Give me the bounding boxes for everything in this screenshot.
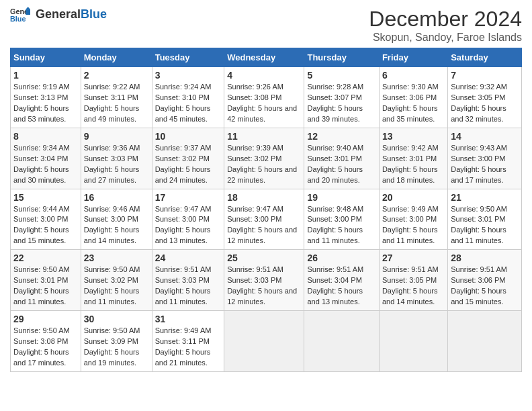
weekday-header: Thursday <box>304 48 379 67</box>
logo-blue: Blue <box>81 7 107 21</box>
day-detail: Sunrise: 9:26 AMSunset: 3:08 PMDaylight:… <box>227 83 297 123</box>
header: General Blue GeneralBlue December 2024 S… <box>10 7 522 44</box>
weekday-header: Sunday <box>11 48 81 67</box>
day-number: 13 <box>382 131 445 142</box>
calendar-cell: 19Sunrise: 9:48 AMSunset: 3:00 PMDayligh… <box>304 189 379 250</box>
day-detail: Sunrise: 9:49 AMSunset: 3:00 PMDaylight:… <box>382 205 439 245</box>
day-number: 25 <box>227 253 301 263</box>
day-detail: Sunrise: 9:46 AMSunset: 3:00 PMDaylight:… <box>84 205 140 245</box>
svg-text:Blue: Blue <box>10 15 26 23</box>
calendar-cell: 10Sunrise: 9:37 AMSunset: 3:02 PMDayligh… <box>152 128 224 189</box>
day-detail: Sunrise: 9:48 AMSunset: 3:00 PMDaylight:… <box>307 205 363 245</box>
day-number: 14 <box>451 131 519 142</box>
calendar-cell: 23Sunrise: 9:50 AMSunset: 3:02 PMDayligh… <box>81 250 152 311</box>
day-detail: Sunrise: 9:50 AMSunset: 3:02 PMDaylight:… <box>84 265 140 306</box>
day-detail: Sunrise: 9:50 AMSunset: 3:01 PMDaylight:… <box>13 265 70 306</box>
calendar-cell: 17Sunrise: 9:47 AMSunset: 3:00 PMDayligh… <box>152 189 224 250</box>
calendar-cell: 26Sunrise: 9:51 AMSunset: 3:04 PMDayligh… <box>304 250 379 311</box>
logo-icon: General Blue <box>10 7 30 23</box>
calendar-cell: 25Sunrise: 9:51 AMSunset: 3:03 PMDayligh… <box>224 250 304 311</box>
calendar-week-row: 8Sunrise: 9:34 AMSunset: 3:04 PMDaylight… <box>11 128 522 189</box>
calendar-cell: 8Sunrise: 9:34 AMSunset: 3:04 PMDaylight… <box>11 128 81 189</box>
day-detail: Sunrise: 9:24 AMSunset: 3:10 PMDaylight:… <box>155 83 212 123</box>
day-detail: Sunrise: 9:51 AMSunset: 3:03 PMDaylight:… <box>155 265 212 306</box>
calendar-cell: 7Sunrise: 9:32 AMSunset: 3:05 PMDaylight… <box>448 67 522 128</box>
calendar-cell: 20Sunrise: 9:49 AMSunset: 3:00 PMDayligh… <box>379 189 447 250</box>
day-detail: Sunrise: 9:39 AMSunset: 3:02 PMDaylight:… <box>227 144 297 184</box>
day-detail: Sunrise: 9:40 AMSunset: 3:01 PMDaylight:… <box>307 144 363 184</box>
day-number: 31 <box>155 314 222 324</box>
calendar-cell: 21Sunrise: 9:50 AMSunset: 3:01 PMDayligh… <box>448 189 522 250</box>
calendar-cell <box>379 311 447 372</box>
logo: General Blue GeneralBlue <box>10 7 107 23</box>
weekday-header: Friday <box>379 48 447 67</box>
calendar-cell: 5Sunrise: 9:28 AMSunset: 3:07 PMDaylight… <box>304 67 379 128</box>
calendar-week-row: 22Sunrise: 9:50 AMSunset: 3:01 PMDayligh… <box>11 250 522 311</box>
day-number: 3 <box>155 70 222 81</box>
calendar-week-row: 29Sunrise: 9:50 AMSunset: 3:08 PMDayligh… <box>11 311 522 372</box>
day-number: 28 <box>451 253 519 263</box>
day-detail: Sunrise: 9:50 AMSunset: 3:01 PMDaylight:… <box>451 205 507 245</box>
day-number: 22 <box>13 253 78 263</box>
day-detail: Sunrise: 9:50 AMSunset: 3:09 PMDaylight:… <box>84 326 140 367</box>
calendar-cell: 24Sunrise: 9:51 AMSunset: 3:03 PMDayligh… <box>152 250 224 311</box>
day-number: 21 <box>451 192 519 203</box>
calendar-cell <box>224 311 304 372</box>
calendar-cell: 2Sunrise: 9:22 AMSunset: 3:11 PMDaylight… <box>81 67 152 128</box>
day-detail: Sunrise: 9:28 AMSunset: 3:07 PMDaylight:… <box>307 83 363 123</box>
day-number: 17 <box>155 192 222 203</box>
day-number: 11 <box>227 131 301 142</box>
day-number: 12 <box>307 131 375 142</box>
day-number: 6 <box>382 70 445 81</box>
calendar-cell: 30Sunrise: 9:50 AMSunset: 3:09 PMDayligh… <box>81 311 152 372</box>
calendar-week-row: 15Sunrise: 9:44 AMSunset: 3:00 PMDayligh… <box>11 189 522 250</box>
day-number: 15 <box>13 192 78 203</box>
calendar-cell: 18Sunrise: 9:47 AMSunset: 3:00 PMDayligh… <box>224 189 304 250</box>
day-number: 30 <box>84 314 149 324</box>
day-detail: Sunrise: 9:47 AMSunset: 3:00 PMDaylight:… <box>227 205 297 245</box>
day-number: 26 <box>307 253 375 263</box>
day-detail: Sunrise: 9:30 AMSunset: 3:06 PMDaylight:… <box>382 83 439 123</box>
day-detail: Sunrise: 9:19 AMSunset: 3:13 PMDaylight:… <box>13 83 70 123</box>
calendar-cell: 13Sunrise: 9:42 AMSunset: 3:01 PMDayligh… <box>379 128 447 189</box>
day-detail: Sunrise: 9:37 AMSunset: 3:02 PMDaylight:… <box>155 144 212 184</box>
day-number: 10 <box>155 131 222 142</box>
calendar-cell: 22Sunrise: 9:50 AMSunset: 3:01 PMDayligh… <box>11 250 81 311</box>
day-number: 27 <box>382 253 445 263</box>
weekday-header: Saturday <box>448 48 522 67</box>
day-detail: Sunrise: 9:51 AMSunset: 3:04 PMDaylight:… <box>307 265 363 306</box>
weekday-header: Tuesday <box>152 48 224 67</box>
weekday-header: Monday <box>81 48 152 67</box>
calendar-cell: 14Sunrise: 9:43 AMSunset: 3:00 PMDayligh… <box>448 128 522 189</box>
day-detail: Sunrise: 9:32 AMSunset: 3:05 PMDaylight:… <box>451 83 507 123</box>
calendar-cell: 4Sunrise: 9:26 AMSunset: 3:08 PMDaylight… <box>224 67 304 128</box>
day-detail: Sunrise: 9:49 AMSunset: 3:11 PMDaylight:… <box>155 326 212 367</box>
calendar-table: SundayMondayTuesdayWednesdayThursdayFrid… <box>10 48 522 372</box>
calendar-cell: 6Sunrise: 9:30 AMSunset: 3:06 PMDaylight… <box>379 67 447 128</box>
day-number: 19 <box>307 192 375 203</box>
calendar-cell: 9Sunrise: 9:36 AMSunset: 3:03 PMDaylight… <box>81 128 152 189</box>
calendar-week-row: 1Sunrise: 9:19 AMSunset: 3:13 PMDaylight… <box>11 67 522 128</box>
calendar-cell: 11Sunrise: 9:39 AMSunset: 3:02 PMDayligh… <box>224 128 304 189</box>
main-title: December 2024 <box>369 7 522 32</box>
day-detail: Sunrise: 9:50 AMSunset: 3:08 PMDaylight:… <box>13 326 70 367</box>
day-number: 5 <box>307 70 375 81</box>
calendar-cell <box>448 311 522 372</box>
title-area: December 2024 Skopun, Sandoy, Faroe Isla… <box>369 7 522 44</box>
weekday-header: Wednesday <box>224 48 304 67</box>
calendar-cell: 1Sunrise: 9:19 AMSunset: 3:13 PMDaylight… <box>11 67 81 128</box>
day-detail: Sunrise: 9:51 AMSunset: 3:06 PMDaylight:… <box>451 265 507 306</box>
calendar-cell: 31Sunrise: 9:49 AMSunset: 3:11 PMDayligh… <box>152 311 224 372</box>
day-detail: Sunrise: 9:51 AMSunset: 3:05 PMDaylight:… <box>382 265 439 306</box>
day-number: 29 <box>13 314 78 324</box>
day-number: 7 <box>451 70 519 81</box>
svg-marker-2 <box>26 9 30 15</box>
day-number: 16 <box>84 192 149 203</box>
calendar-cell: 29Sunrise: 9:50 AMSunset: 3:08 PMDayligh… <box>11 311 81 372</box>
day-number: 4 <box>227 70 301 81</box>
day-number: 2 <box>84 70 149 81</box>
calendar-cell: 15Sunrise: 9:44 AMSunset: 3:00 PMDayligh… <box>11 189 81 250</box>
day-detail: Sunrise: 9:44 AMSunset: 3:00 PMDaylight:… <box>13 205 70 245</box>
day-detail: Sunrise: 9:42 AMSunset: 3:01 PMDaylight:… <box>382 144 439 184</box>
day-detail: Sunrise: 9:51 AMSunset: 3:03 PMDaylight:… <box>227 265 297 306</box>
